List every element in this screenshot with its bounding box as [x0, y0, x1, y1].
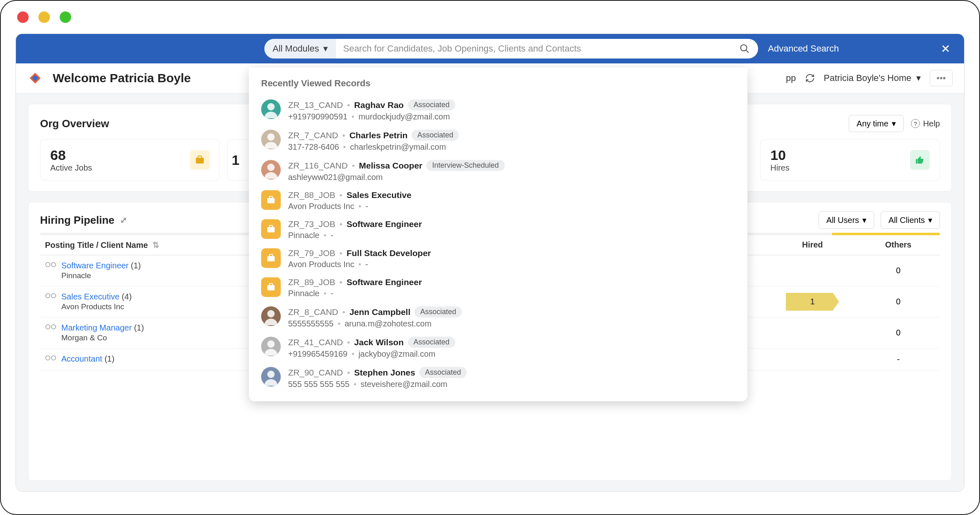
chevron-down-icon: ▾: [892, 119, 896, 128]
help-link[interactable]: ? Help: [911, 119, 940, 128]
svg-point-4: [51, 263, 56, 267]
svg-point-6: [51, 294, 56, 298]
stat-value: 68: [50, 147, 92, 163]
module-selector[interactable]: All Modules ▾: [264, 39, 336, 58]
link-icon: [45, 261, 56, 280]
svg-point-11: [267, 103, 275, 110]
svg-point-13: [267, 164, 275, 171]
link-icon: [45, 292, 56, 311]
window-maximize-dot[interactable]: [60, 11, 71, 23]
status-badge: Associated: [412, 130, 459, 141]
status-badge: Interview-Scheduled: [426, 160, 504, 171]
avatar: [261, 130, 281, 149]
more-button[interactable]: •••: [930, 70, 953, 86]
svg-point-20: [267, 371, 275, 378]
recent-record[interactable]: ZR_41_CAND • Jack Wilson Associated +919…: [261, 333, 735, 363]
job-title-link[interactable]: Accountant: [61, 354, 102, 363]
chevron-down-icon: ▾: [862, 215, 866, 225]
home-selector[interactable]: Patricia Boyle's Home ▾: [824, 73, 921, 83]
svg-rect-15: [267, 227, 275, 232]
app-logo: [27, 70, 43, 86]
refresh-icon[interactable]: [805, 73, 815, 83]
col-others: Others: [861, 240, 935, 250]
avatar: [261, 367, 281, 387]
record-id: ZR_41_CAND: [288, 337, 343, 347]
record-name: Full Stack Developer: [347, 248, 431, 258]
job-client: Morgan & Co: [61, 333, 144, 342]
mac-titlebar: [1, 1, 979, 34]
avatar: [261, 160, 281, 180]
stat-middle[interactable]: 1: [227, 139, 252, 180]
record-name: Stephen Jones: [354, 368, 415, 378]
job-title-link[interactable]: Software Engineer: [61, 261, 129, 270]
job-title-link[interactable]: Sales Executive: [61, 292, 119, 301]
svg-rect-14: [267, 198, 275, 203]
record-id: ZR_79_JOB: [288, 248, 336, 258]
others-value: 0: [861, 328, 935, 337]
record-id: ZR_89_JOB: [288, 277, 336, 287]
recent-record[interactable]: ZR_116_CAND • Melissa Cooper Interview-S…: [261, 156, 735, 186]
svg-point-0: [741, 45, 747, 51]
recent-record[interactable]: ZR_90_CAND • Stephen Jones Associated 55…: [261, 363, 735, 393]
svg-point-3: [46, 263, 50, 267]
sort-icon: ⇅: [152, 241, 159, 250]
home-selector-label: Patricia Boyle's Home: [824, 73, 912, 83]
recent-record[interactable]: ZR_73_JOB • Software Engineer Pinnacle•-: [261, 215, 735, 244]
recent-record[interactable]: ZR_88_JOB • Sales Executive Avon Product…: [261, 186, 735, 215]
expand-icon[interactable]: ⤢: [120, 215, 127, 225]
job-count: (1): [105, 354, 114, 363]
recent-record[interactable]: ZR_13_CAND • Raghav Rao Associated +9197…: [261, 95, 735, 126]
record-id: ZR_88_JOB: [288, 190, 336, 200]
stat-hires[interactable]: 10 Hires: [760, 139, 940, 180]
record-id: ZR_73_JOB: [288, 219, 336, 229]
advanced-search-link[interactable]: Advanced Search: [768, 43, 839, 54]
hired-chip: 1: [786, 293, 839, 311]
window-close-dot[interactable]: [17, 11, 29, 23]
recently-viewed-dropdown: Recently Viewed Records ZR_13_CAND • Rag…: [249, 67, 747, 401]
close-icon[interactable]: ✕: [937, 42, 954, 56]
record-email: ashleyww021@gmail.com: [288, 173, 383, 182]
recent-record[interactable]: ZR_7_CAND • Charles Petrin Associated 31…: [261, 126, 735, 156]
svg-point-8: [51, 325, 56, 329]
recent-record[interactable]: ZR_8_CAND • Jenn Campbell Associated 555…: [261, 302, 735, 333]
recent-record[interactable]: ZR_89_JOB • Software Engineer Pinnacle•-: [261, 273, 735, 302]
app-window: All Modules ▾ Advanced Search ✕ Welcome …: [0, 0, 980, 515]
chevron-down-icon: ▾: [323, 43, 328, 54]
status-badge: Associated: [414, 306, 462, 317]
record-id: ZR_13_CAND: [288, 100, 343, 110]
briefcase-icon: [190, 150, 210, 170]
record-email: -: [331, 231, 333, 240]
search-button[interactable]: [731, 43, 758, 54]
record-phone: 317-728-6406: [288, 142, 339, 152]
record-phone: Pinnacle: [288, 289, 320, 298]
record-email: -: [365, 260, 368, 269]
chevron-down-icon: ▾: [928, 215, 932, 225]
avatar: [261, 337, 281, 356]
help-icon: ?: [911, 119, 920, 128]
svg-point-5: [46, 294, 50, 298]
briefcase-icon: [261, 277, 281, 297]
any-time-filter[interactable]: Any time ▾: [849, 115, 904, 132]
stat-label: Hires: [770, 163, 790, 173]
briefcase-icon: [261, 248, 281, 268]
search-input[interactable]: [336, 43, 731, 54]
window-minimize-dot[interactable]: [38, 11, 50, 23]
record-name: Software Engineer: [347, 277, 422, 287]
record-id: ZR_8_CAND: [288, 307, 338, 317]
svg-rect-2: [196, 158, 204, 164]
filter-all-users[interactable]: All Users ▾: [819, 211, 874, 229]
app-frame: All Modules ▾ Advanced Search ✕ Welcome …: [16, 34, 964, 492]
top-bar: All Modules ▾ Advanced Search ✕: [16, 34, 964, 63]
page-title: Welcome Patricia Boyle: [53, 71, 191, 85]
recent-record[interactable]: ZR_79_JOB • Full Stack Developer Avon Pr…: [261, 244, 735, 273]
stat-value: 10: [770, 147, 790, 163]
filter-all-clients[interactable]: All Clients ▾: [881, 211, 940, 229]
record-id: ZR_116_CAND: [288, 161, 348, 171]
job-title-link[interactable]: Marketing Manager: [61, 323, 132, 332]
record-phone: Avon Products Inc: [288, 260, 354, 269]
header-right: pp Patricia Boyle's Home ▾ •••: [786, 70, 953, 86]
job-client: Pinnacle: [61, 271, 141, 280]
stat-active-jobs[interactable]: 68 Active Jobs: [40, 139, 220, 180]
svg-line-1: [746, 50, 749, 53]
record-phone: +919790990591: [288, 112, 347, 121]
